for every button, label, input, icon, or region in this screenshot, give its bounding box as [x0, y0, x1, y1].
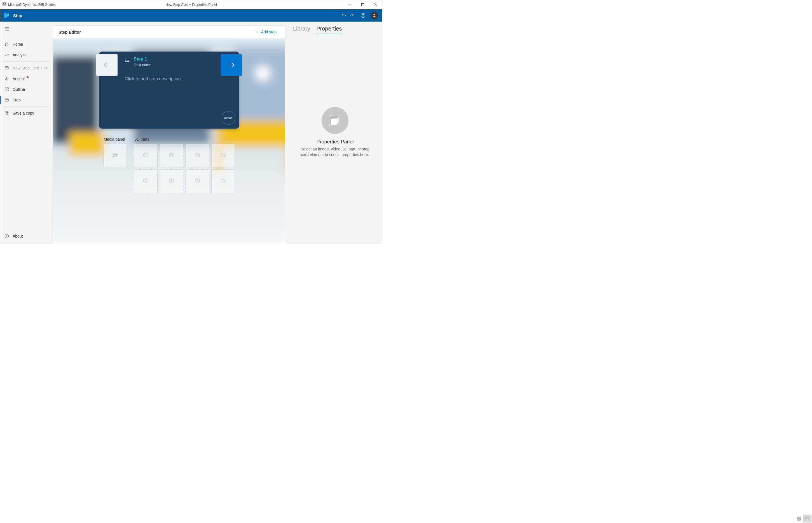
sidebar-item-label: Outline [13, 87, 25, 92]
app-icon [2, 2, 6, 7]
svg-rect-3 [3, 4, 6, 5]
user-avatar[interactable] [370, 12, 378, 19]
step-icon [4, 97, 9, 103]
right-panel: Library Properties Properties Panel Sele… [288, 22, 382, 244]
sidebar-item-analyze[interactable]: Analyze [0, 50, 52, 60]
step-card[interactable]: Step 1 Task name Click to add step descr… [99, 52, 239, 129]
svg-rect-14 [5, 67, 8, 69]
properties-empty-icon [322, 107, 348, 134]
svg-rect-26 [5, 112, 8, 114]
anchor-alert-badge [26, 76, 29, 78]
task-list-icon [125, 58, 130, 64]
step-action-slot[interactable]: Action [222, 111, 235, 125]
svg-point-52 [114, 155, 115, 156]
window-maximize-button[interactable] [356, 0, 369, 9]
sidebar-item-label: New Step Card + Pr... [13, 66, 51, 70]
step-description-input[interactable]: Click to add step description... [125, 76, 233, 82]
anchor-icon [4, 76, 9, 81]
app-bar: Step [0, 9, 382, 22]
svg-point-54 [339, 114, 340, 115]
sidebar-item-guide[interactable]: New Step Card + Pr... [0, 63, 52, 73]
analyze-icon [4, 52, 9, 57]
sidebar-item-label: Step [13, 98, 21, 102]
svg-point-16 [6, 77, 7, 78]
svg-point-53 [330, 115, 331, 116]
svg-rect-59 [331, 119, 337, 125]
guide-icon [4, 66, 9, 71]
help-button[interactable] [357, 9, 369, 22]
sidebar-item-label: About [13, 234, 23, 238]
svg-rect-23 [5, 98, 8, 101]
svg-rect-21 [5, 90, 6, 91]
svg-point-46 [126, 59, 126, 59]
svg-rect-2 [5, 3, 6, 4]
3d-part-slot[interactable] [134, 169, 157, 193]
info-icon [4, 234, 9, 239]
home-icon [4, 42, 9, 47]
svg-rect-1 [3, 3, 4, 4]
window-close-button[interactable] [369, 0, 382, 9]
svg-point-56 [329, 125, 330, 126]
3d-part-slot[interactable] [211, 144, 235, 167]
3d-parts-label: 3D parts [134, 137, 235, 142]
save-copy-icon [4, 111, 9, 116]
step-task-name: Task name [134, 63, 151, 67]
sidebar-item-home[interactable]: Home [0, 39, 52, 50]
sidebar: Home Analyze New Step Card + Pr... Ancho… [0, 22, 52, 244]
svg-rect-51 [113, 155, 118, 158]
svg-rect-19 [5, 88, 6, 89]
dynamics-logo-icon [0, 9, 13, 22]
step-next-button[interactable] [221, 54, 242, 76]
step-title: Step 1 [134, 57, 151, 61]
3d-part-slot[interactable] [186, 169, 209, 193]
3d-part-slot[interactable] [186, 144, 209, 167]
app-title: Microsoft Dynamics 365 Guides [8, 3, 55, 7]
window-doc-title: New Step Card + Properties Panel [126, 3, 256, 7]
3d-part-slot[interactable] [211, 169, 235, 193]
sidebar-item-anchor[interactable]: Anchor [0, 73, 52, 84]
svg-point-55 [340, 124, 341, 125]
add-step-button[interactable]: Add step [252, 28, 279, 36]
step-editor-card: Step Editor Add step [53, 25, 285, 244]
action-label: Action [224, 116, 232, 120]
redo-button[interactable] [346, 9, 357, 22]
media-panel-label: Media panel [103, 137, 127, 142]
3d-part-slot[interactable] [134, 144, 157, 167]
3d-part-slot[interactable] [160, 144, 183, 167]
sidebar-item-label: Anchor [13, 76, 25, 81]
sidebar-item-save-copy[interactable]: Save a copy [0, 108, 52, 119]
media-slot[interactable] [103, 144, 127, 167]
step-prev-button[interactable] [96, 54, 117, 76]
sidebar-item-outline[interactable]: Outline [0, 84, 52, 95]
tab-properties[interactable]: Properties [316, 25, 342, 34]
sidebar-item-label: Analyze [13, 53, 26, 57]
outline-icon [4, 87, 9, 92]
3d-part-slot[interactable] [160, 169, 183, 193]
sidebar-toggle-button[interactable] [0, 23, 14, 35]
editor-title: Step Editor [58, 30, 81, 34]
svg-point-10 [373, 14, 375, 15]
sidebar-item-label: Save a copy [13, 111, 34, 115]
add-step-label: Add step [261, 30, 277, 34]
sidebar-item-step[interactable]: Step [0, 95, 52, 105]
svg-rect-5 [362, 3, 364, 6]
svg-rect-22 [7, 90, 8, 91]
properties-empty-desc: Select an image, video, 3D part, or step… [297, 146, 373, 158]
properties-empty-title: Properties Panel [316, 139, 354, 145]
svg-point-47 [126, 60, 126, 60]
window-minimize-button[interactable] [343, 0, 356, 9]
window-titlebar: Microsoft Dynamics 365 Guides New Step C… [0, 0, 382, 9]
tab-library[interactable]: Library [293, 25, 310, 34]
sidebar-divider [3, 106, 49, 107]
svg-point-48 [126, 61, 126, 62]
svg-point-29 [6, 235, 7, 235]
svg-rect-20 [7, 88, 8, 89]
appbar-breadcrumb: Step [13, 13, 22, 18]
sidebar-item-about[interactable]: About [0, 231, 52, 241]
sidebar-item-label: Home [13, 42, 23, 47]
